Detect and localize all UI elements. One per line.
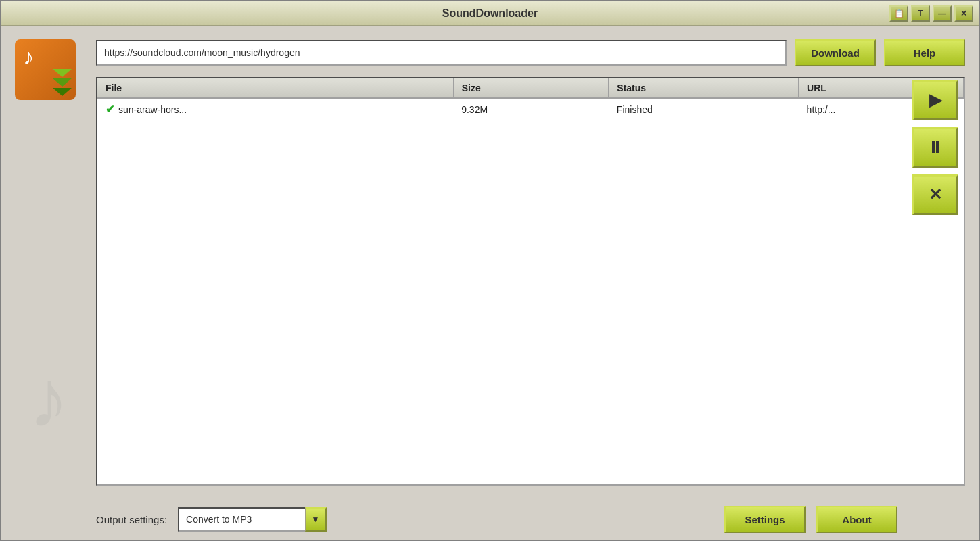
music-note-icon: ♪ [23,45,34,70]
logo-arrows [53,69,72,96]
download-button[interactable]: Download [795,39,876,66]
play-button[interactable]: ▶ [912,80,958,120]
url-input[interactable] [96,40,787,66]
app-window: SoundDownloader 📋 T — ✕ ♪ Download H [0,0,980,541]
clipboard-btn[interactable]: 📋 [889,5,908,22]
file-size: 9.32M [453,98,609,120]
output-settings-label: Output settings: [96,514,167,525]
text-btn[interactable]: T [911,5,930,22]
file-list-table: File Size Status URL ✔ sun-araw-hors... [96,77,965,486]
file-name: sun-araw-hors... [118,104,187,115]
status-check-icon: ✔ [106,103,114,116]
background-watermark: ♪ [28,352,69,445]
about-button[interactable]: About [816,506,897,533]
file-status: Finished [609,98,799,120]
app-logo: ♪ [15,39,83,107]
title-bar-controls: 📋 T — ✕ [889,5,973,22]
close-btn[interactable]: ✕ [954,5,973,22]
minimize-btn[interactable]: — [933,5,952,22]
arrow-top-icon [53,69,72,77]
table-row[interactable]: ✔ sun-araw-hors... 9.32M Finished http:/… [97,98,964,120]
bottom-row: Output settings: Convert to MP3 Keep Ori… [1,499,979,540]
output-format-select[interactable]: Convert to MP3 Keep Original Convert to … [178,507,327,532]
bottom-buttons: Settings About [724,506,897,533]
title-bar: SoundDownloader 📋 T — ✕ [1,1,979,26]
main-content: ♪ Download Help File Size St [1,26,979,499]
col-file: File [97,78,453,98]
top-row: Download Help [96,39,965,66]
file-cell: ✔ sun-araw-hors... [97,98,453,120]
pause-button[interactable]: ⏸ [912,127,958,168]
arrow-bottom-icon [53,88,72,96]
app-title: SoundDownloader [7,7,973,20]
col-status: Status [609,78,799,98]
help-button[interactable]: Help [884,39,965,66]
logo-icon: ♪ [15,39,76,100]
col-size: Size [453,78,609,98]
table-header: File Size Status URL [97,78,964,98]
side-buttons: ▶ ⏸ ✕ [912,80,958,215]
settings-button[interactable]: Settings [724,506,806,533]
stop-button[interactable]: ✕ [912,174,958,215]
output-select-wrapper: Convert to MP3 Keep Original Convert to … [178,507,327,532]
downloads-table: File Size Status URL ✔ sun-araw-hors... [97,78,964,120]
arrow-middle-icon [53,78,72,87]
table-body: ✔ sun-araw-hors... 9.32M Finished http:/… [97,98,964,120]
